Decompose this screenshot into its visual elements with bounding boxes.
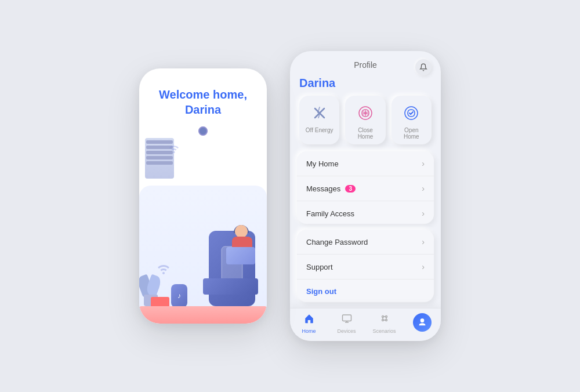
messages-badge: 3 — [345, 185, 356, 193]
user-avatar — [413, 313, 432, 332]
menu-item-left: Sign out — [306, 287, 336, 296]
chevron-icon: › — [422, 209, 425, 218]
bottom-nav: Home Devices — [290, 308, 441, 341]
support-text: Support — [306, 263, 333, 271]
scenarios-nav-label: Scenarios — [372, 328, 396, 334]
off-energy-label: Off Energy — [306, 127, 334, 133]
family-access-text: Family Access — [306, 209, 354, 218]
close-home-label: Close Home — [350, 127, 380, 140]
menu-item-left: Change Password — [306, 238, 368, 246]
menu-item-my-home[interactable]: My Home › — [297, 151, 434, 176]
menu-item-left: Support — [306, 263, 333, 271]
menu-item-sign-out[interactable]: Sign out — [297, 280, 434, 302]
home-nav-label: Home — [302, 328, 316, 334]
main-menu-section: My Home › Messages 3 › Family Access › — [297, 151, 434, 224]
scenarios-icon — [379, 313, 390, 326]
illus-person — [206, 225, 258, 295]
off-energy-icon — [309, 103, 330, 124]
open-home-label: Open Home — [396, 127, 427, 140]
person-laptop — [226, 247, 255, 264]
camera-icon — [198, 126, 208, 136]
svg-point-11 — [385, 320, 387, 321]
shelf-line — [146, 156, 173, 159]
profile-title: Profile — [354, 60, 377, 70]
chevron-icon: › — [422, 237, 425, 246]
svg-point-10 — [382, 320, 383, 321]
profile-header: Profile — [290, 51, 441, 74]
welcome-header: Welcome home, Darina — [139, 68, 267, 126]
close-home-icon — [355, 103, 376, 124]
nav-item-home[interactable]: Home — [290, 313, 328, 334]
phone-right: Profile Darina Off Energy — [290, 51, 441, 341]
phone-left: Welcome home, Darina — [139, 68, 267, 324]
menu-item-left: My Home — [306, 159, 339, 168]
notification-icon[interactable] — [415, 59, 432, 75]
user-name: Darina — [290, 74, 441, 96]
devices-nav-label: Devices — [337, 328, 356, 334]
menu-item-family-access[interactable]: Family Access › — [297, 201, 434, 224]
svg-point-8 — [382, 316, 383, 318]
illus-desk — [203, 278, 258, 295]
menu-item-change-password[interactable]: Change Password › — [297, 230, 434, 255]
nav-item-scenarios[interactable]: Scenarios — [365, 313, 403, 334]
svg-rect-5 — [342, 315, 351, 321]
wifi-icon-right — [168, 144, 180, 155]
menu-item-messages[interactable]: Messages 3 › — [297, 176, 434, 201]
person-head — [235, 225, 248, 238]
my-home-text: My Home — [306, 159, 339, 168]
illus-speaker — [171, 284, 187, 307]
action-open-home[interactable]: Open Home — [392, 96, 432, 144]
svg-point-9 — [385, 316, 387, 318]
action-off-energy[interactable]: Off Energy — [299, 96, 339, 144]
chevron-icon: › — [422, 262, 425, 271]
chevron-icon: › — [422, 184, 425, 193]
welcome-text: Welcome home, Darina — [151, 87, 255, 117]
open-home-icon — [401, 103, 422, 124]
shelf-line — [146, 161, 173, 165]
quick-actions: Off Energy Close Home — [290, 96, 441, 151]
sign-out-text: Sign out — [306, 287, 336, 296]
action-close-home[interactable]: Close Home — [345, 96, 385, 144]
messages-text: Messages — [306, 184, 340, 193]
illus-floor — [139, 306, 267, 324]
chevron-icon: › — [422, 159, 425, 168]
nav-item-profile[interactable] — [403, 313, 441, 334]
illustration-area — [139, 126, 267, 324]
settings-menu-section: Change Password › Support › Sign out — [297, 230, 434, 302]
home-icon — [304, 313, 314, 326]
nav-item-devices[interactable]: Devices — [328, 313, 365, 334]
menu-item-left: Messages 3 — [306, 184, 356, 193]
menu-item-left: Family Access — [306, 209, 354, 218]
change-password-text: Change Password — [306, 238, 368, 246]
app-container: Welcome home, Darina — [139, 51, 441, 341]
devices-icon — [342, 313, 352, 326]
menu-item-support[interactable]: Support › — [297, 255, 434, 280]
